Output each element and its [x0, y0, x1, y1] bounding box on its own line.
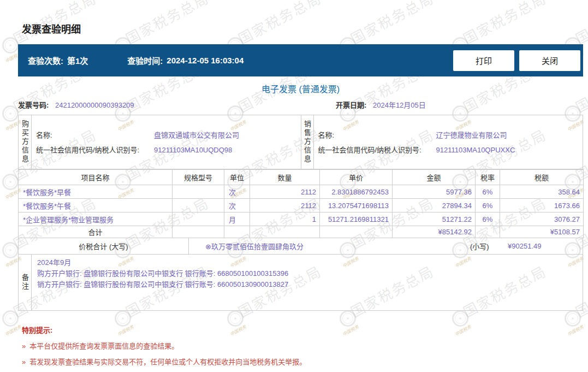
close-button[interactable]: 关闭: [519, 50, 580, 71]
item-price: 13.2075471698113: [320, 199, 393, 212]
item-price: 51271.2169811321: [320, 212, 393, 226]
notice-text: 若发现发票查验结果与实际交易不符，任何单位或个人有权拒收并向当地税务机关举报。: [29, 358, 306, 366]
seller-taxid-value: 91211103MA10QPUXXC: [436, 143, 515, 157]
col-header-qty: 数量: [250, 170, 320, 185]
item-unit: 月: [224, 212, 250, 226]
col-header-unit: 单位: [224, 170, 250, 185]
col-header-price: 单价: [320, 170, 393, 185]
seller-side-label: 销售方信息: [301, 115, 314, 169]
bullet-icon: »: [22, 358, 26, 366]
item-amount: 51271.22: [393, 212, 476, 226]
item-price: 2.8301886792453: [320, 185, 393, 199]
empty-cell: [224, 226, 250, 238]
seller-name-value: 辽宁德晟物业有限公司: [436, 128, 507, 143]
invoice-number-label: 发票号码:: [18, 101, 49, 109]
col-header-tax-rate: 税率: [476, 170, 500, 185]
remarks-content: 2024年9月 购方开户银行: 盘锦银行股份有限公司中银支行 银行账号: 668…: [32, 255, 583, 310]
seller-name-label: 名称:: [314, 131, 335, 139]
tax-total-words: ⊗玖万零贰佰伍拾壹圆肆角玖分: [205, 241, 304, 251]
invoice-verification-page: ✶国家税务总局中国税务✶国家税务总局中国税务✶国家税务总局中国税务✶国家税务总局…: [0, 0, 588, 372]
line-items-table: 项目名称 规格型号 单位 数量 单价 金额 税率 税额 *餐饮服务*早餐 次 2…: [18, 169, 584, 238]
special-notice: 特别提示: »本平台仅提供所查询发票票面信息的查验结果。 »若发现发票查验结果与…: [18, 326, 583, 366]
col-header-spec: 规格型号: [173, 170, 224, 185]
verification-topbar: 查验次数: 第1次 查验时间: 2024-12-05 16:03:04 打印 关…: [18, 44, 583, 76]
notice-text: 本平台仅提供所查询发票票面信息的查验结果。: [29, 342, 179, 350]
remark-line: 销方开户银行: 盘锦银行股份有限公司中银支行 银行账号: 66005013090…: [37, 279, 577, 290]
table-row: *企业管理服务*物业管理服务 月 1 51271.2169811321 5127…: [19, 212, 584, 226]
remarks-box: 备注 2024年9月 购方开户银行: 盘锦银行股份有限公司中银支行 银行账号: …: [18, 255, 583, 311]
item-amount: 27894.34: [393, 199, 476, 212]
item-spec: [173, 185, 224, 199]
page-title: 发票查验明细: [22, 24, 583, 35]
empty-cell: [173, 226, 224, 238]
item-unit: 次: [224, 185, 250, 199]
empty-cell: [250, 226, 320, 238]
item-name: *餐饮服务*早餐: [19, 185, 173, 199]
seller-taxid-label: 统一社会信用代码/纳税人识别号:: [314, 146, 421, 154]
tax-total-small-value: ¥90251.49: [508, 242, 541, 250]
item-tax: 1673.66: [500, 199, 584, 212]
table-total-row: 合计 ¥85142.92 ¥5108.57: [19, 226, 584, 238]
buyer-name-value: 盘锦双通城市公交有限公司: [154, 128, 239, 143]
invoice-date-label: 开票日期:: [336, 101, 366, 109]
notice-line: »若发现发票查验结果与实际交易不符，任何单位或个人有权拒收并向当地税务机关举报。: [22, 358, 583, 366]
empty-cell: [476, 226, 500, 238]
buyer-seller-box: 购买方信息 名称: 盘锦双通城市公交有限公司 统一社会信用代码/纳税人识别号: …: [18, 115, 583, 169]
notice-line: »本平台仅提供所查询发票票面信息的查验结果。: [22, 342, 583, 350]
tax-total-small-label: (小写): [470, 241, 489, 251]
seller-info: 名称: 辽宁德晟物业有限公司 统一社会信用代码/纳税人识别号: 91211103…: [314, 115, 583, 169]
item-unit: 次: [224, 199, 250, 212]
invoice-number-value: 24212000000090393209: [55, 101, 134, 109]
item-tax-rate: 6%: [476, 185, 500, 199]
remarks-side-label: 备注: [19, 255, 32, 310]
total-tax: ¥5108.57: [500, 226, 584, 238]
invoice-number-row: 发票号码: 24212000000090393209 开票日期: 2024年12…: [18, 100, 583, 111]
check-time-label: 查验时间:: [127, 55, 163, 66]
col-header-item-name: 项目名称: [19, 170, 173, 185]
buyer-info: 名称: 盘锦双通城市公交有限公司 统一社会信用代码/纳税人识别号: 912111…: [32, 115, 301, 169]
item-qty: 2112: [250, 185, 320, 199]
bullet-icon: »: [22, 342, 26, 350]
table-row: *餐饮服务*午餐 次 2112 13.2075471698113 27894.3…: [19, 199, 584, 212]
remark-line: 购方开户银行: 盘锦银行股份有限公司中银支行 银行账号: 66805010010…: [37, 268, 577, 279]
item-spec: [173, 212, 224, 226]
check-time-value: 2024-12-05 16:03:04: [167, 56, 243, 65]
item-tax-rate: 6%: [476, 199, 500, 212]
buyer-name-label: 名称:: [32, 131, 52, 139]
item-tax: 358.64: [500, 185, 584, 199]
check-count-value: 第1次: [67, 55, 88, 66]
tax-total-label: 价税合计 (大写): [19, 238, 189, 254]
table-header-row: 项目名称 规格型号 单位 数量 单价 金额 税率 税额: [19, 170, 584, 185]
item-spec: [173, 199, 224, 212]
invoice-date-value: 2024年12月05日: [373, 101, 426, 109]
tax-total-row: 价税合计 (大写) ⊗玖万零贰佰伍拾壹圆肆角玖分 (小写) ¥90251.49: [18, 238, 583, 255]
empty-cell: [320, 226, 393, 238]
item-tax-rate: 6%: [476, 212, 500, 226]
table-row: *餐饮服务*早餐 次 2112 2.8301886792453 5977.36 …: [19, 185, 584, 199]
total-amount: ¥85142.92: [393, 226, 476, 238]
item-tax: 3076.27: [500, 212, 584, 226]
buyer-taxid-label: 统一社会信用代码/纳税人识别号:: [32, 146, 139, 154]
invoice-type-title: 电子发票 (普通发票): [18, 84, 583, 95]
buyer-taxid-value: 91211103MA10UQDQ98: [154, 143, 232, 157]
item-qty: 1: [250, 212, 320, 226]
item-qty: 2112: [250, 199, 320, 212]
total-label: 合计: [19, 226, 173, 238]
special-notice-title: 特别提示:: [22, 326, 583, 334]
item-amount: 5977.36: [393, 185, 476, 199]
buyer-side-label: 购买方信息: [19, 115, 32, 169]
col-header-amount: 金额: [393, 170, 476, 185]
check-count-label: 查验次数:: [28, 55, 63, 66]
item-name: *企业管理服务*物业管理服务: [19, 212, 173, 226]
item-name: *餐饮服务*午餐: [19, 199, 173, 212]
col-header-tax: 税额: [500, 170, 584, 185]
remark-line: 2024年9月: [37, 257, 577, 268]
print-button[interactable]: 打印: [453, 50, 514, 71]
